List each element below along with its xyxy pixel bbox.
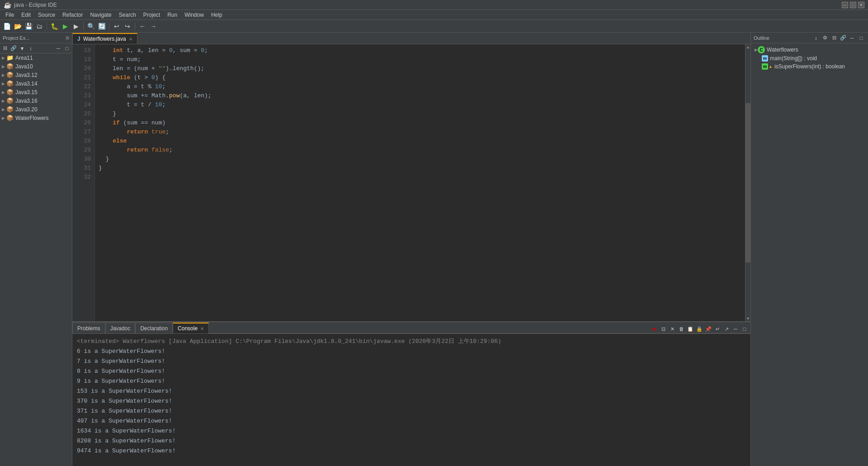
next-edit-button[interactable]: → bbox=[148, 21, 158, 31]
open-button[interactable]: 📂 bbox=[13, 21, 23, 31]
minimize-button[interactable]: ─ bbox=[842, 2, 848, 8]
method-icon-issuper: m bbox=[762, 63, 768, 70]
outline-minimize-button[interactable]: ─ bbox=[848, 34, 856, 42]
console-terminate-button[interactable]: ■ bbox=[650, 325, 658, 333]
scroll-thumb[interactable] bbox=[745, 103, 750, 263]
tree-item-java316[interactable]: ▶ 📦 Java3.16 bbox=[0, 96, 72, 105]
outline-method-issuper[interactable]: m ▲ isSuperFlowers(int) : boolean bbox=[753, 62, 866, 71]
explorer-sync-button[interactable]: ↕ bbox=[27, 44, 35, 52]
console-line-10: 8208 is a SuperWaterFlowers! bbox=[77, 436, 746, 446]
menubar: File Edit Source Refactor Navigate Searc… bbox=[0, 10, 868, 20]
tab-javadoc[interactable]: Javadoc bbox=[105, 323, 136, 333]
explorer-maximize-button[interactable]: □ bbox=[63, 44, 71, 52]
console-line-3: 8 is a SuperWaterFlowers! bbox=[77, 366, 746, 376]
console-clear-button[interactable]: 🗑 bbox=[677, 325, 685, 333]
tab-spacer bbox=[209, 333, 648, 333]
menu-search[interactable]: Search bbox=[115, 11, 140, 19]
menu-help[interactable]: Help bbox=[208, 11, 226, 19]
tree-item-java312[interactable]: ▶ 📦 Java3.12 bbox=[0, 71, 72, 79]
console-disconnect-button[interactable]: ⊡ bbox=[659, 325, 667, 333]
console-copy-button[interactable]: 📋 bbox=[686, 325, 694, 333]
outline-link-button[interactable]: 🔗 bbox=[839, 34, 847, 42]
tree-item-waterflowers[interactable]: ▶ 📦 WaterFlowers bbox=[0, 114, 72, 122]
menu-refactor[interactable]: Refactor bbox=[59, 11, 86, 19]
menu-source[interactable]: Source bbox=[34, 11, 59, 19]
outline-sort-button[interactable]: ↕ bbox=[812, 34, 820, 42]
run-last-button[interactable]: ▶ bbox=[71, 21, 81, 31]
project-explorer-header: Project Ex... ⊠ bbox=[0, 33, 72, 43]
outline-header: Outline ↕ ⚙ ⊟ 🔗 ─ □ bbox=[751, 33, 868, 43]
toolbar-separator-3 bbox=[109, 22, 109, 30]
tree-item-java320[interactable]: ▶ 📦 Java3.20 bbox=[0, 105, 72, 114]
tab-problems[interactable]: Problems bbox=[72, 323, 105, 333]
console-maximize-button[interactable]: □ bbox=[741, 325, 749, 333]
console-word-wrap-button[interactable]: ↵ bbox=[713, 325, 722, 333]
outline-class-label: Waterflowers bbox=[767, 47, 798, 53]
outline-maximize-button[interactable]: □ bbox=[857, 34, 865, 42]
console-remove-button[interactable]: ✕ bbox=[668, 325, 676, 333]
outline-class-waterflowers[interactable]: ▶ C Waterflowers bbox=[753, 45, 866, 54]
tree-item-java315[interactable]: ▶ 📦 Java3.15 bbox=[0, 88, 72, 96]
collapse-all-button[interactable]: ⊟ bbox=[1, 44, 9, 52]
save-all-button[interactable]: 🗂 bbox=[34, 21, 44, 31]
scroll-up-button[interactable]: ▲ bbox=[745, 44, 751, 50]
new-button[interactable]: 📄 bbox=[2, 21, 12, 31]
menu-navigate[interactable]: Navigate bbox=[86, 11, 115, 19]
debug-button[interactable]: 🐛 bbox=[49, 21, 59, 31]
main-layout: Project Ex... ⊠ ⊟ 🔗 ▼ ↕ ─ □ ▶ 📁 Area11 ▶… bbox=[0, 33, 868, 466]
run-button[interactable]: ▶ bbox=[60, 21, 70, 31]
console-open-new-button[interactable]: ↗ bbox=[722, 325, 731, 333]
project-explorer-panel: Project Ex... ⊠ ⊟ 🔗 ▼ ↕ ─ □ ▶ 📁 Area11 ▶… bbox=[0, 33, 72, 466]
redo-button[interactable]: ↪ bbox=[123, 21, 132, 31]
toolbar-separator-4 bbox=[135, 22, 135, 30]
maximize-button[interactable]: □ bbox=[850, 2, 856, 8]
link-with-editor-button[interactable]: 🔗 bbox=[9, 44, 18, 52]
console-line-8: 407 is a SuperWaterFlowers! bbox=[77, 416, 746, 426]
panel-menu-icon[interactable]: ⊠ bbox=[66, 35, 69, 40]
package-icon-5: 📦 bbox=[6, 97, 14, 104]
menu-edit[interactable]: Edit bbox=[18, 11, 34, 19]
tab-close-button[interactable]: ✕ bbox=[129, 37, 132, 42]
problems-tab-label: Problems bbox=[77, 325, 100, 332]
tree-item-java314[interactable]: ▶ 📦 Java3.14 bbox=[0, 79, 72, 88]
editor-scrollbar[interactable]: ▲ ▼ bbox=[745, 44, 750, 321]
scroll-track[interactable] bbox=[745, 50, 750, 316]
console-tab-close[interactable]: ✕ bbox=[200, 326, 204, 331]
save-button[interactable]: 💾 bbox=[24, 21, 33, 31]
console-minimize-button[interactable]: ─ bbox=[731, 325, 740, 333]
console-pin-button[interactable]: 📌 bbox=[704, 325, 712, 333]
editor-split: J Waterflowers.java ✕ 18 19 20 21 22 23 … bbox=[72, 33, 750, 466]
tree-item-java10[interactable]: ▶ 📦 Java10 bbox=[0, 62, 72, 71]
menu-file[interactable]: File bbox=[2, 11, 18, 19]
explorer-filter-button[interactable]: ▼ bbox=[18, 44, 26, 52]
prev-edit-button[interactable]: ← bbox=[137, 21, 147, 31]
explorer-minimize-button[interactable]: ─ bbox=[54, 44, 62, 52]
project-explorer-toolbar: ⊟ 🔗 ▼ ↕ ─ □ bbox=[0, 43, 72, 53]
console-output[interactable]: <terminated> Waterflowers [Java Applicat… bbox=[72, 334, 750, 466]
package-icon: 📦 bbox=[6, 63, 14, 70]
outline-method-main[interactable]: m main(String[]) : void bbox=[753, 54, 866, 62]
close-button[interactable]: ✕ bbox=[858, 2, 864, 8]
scroll-down-button[interactable]: ▼ bbox=[745, 316, 751, 321]
package-icon-7: 📦 bbox=[6, 114, 14, 121]
tab-declaration[interactable]: Declaration bbox=[135, 323, 173, 333]
search-button[interactable]: 🔍 bbox=[86, 21, 96, 31]
code-text[interactable]: int t, a, len = 0, sum = 0; t = num; len… bbox=[95, 44, 745, 321]
menu-project[interactable]: Project bbox=[140, 11, 164, 19]
menu-run[interactable]: Run bbox=[164, 11, 181, 19]
tree-item-area11[interactable]: ▶ 📁 Area11 bbox=[0, 53, 72, 62]
refresh-button[interactable]: 🔄 bbox=[97, 21, 107, 31]
tab-console[interactable]: Console ✕ bbox=[173, 323, 209, 333]
editor-tabbar: J Waterflowers.java ✕ bbox=[72, 33, 750, 44]
editor-tab-waterflowers[interactable]: J Waterflowers.java ✕ bbox=[72, 33, 137, 44]
outline-filter-button[interactable]: ⚙ bbox=[821, 34, 829, 42]
menu-window[interactable]: Window bbox=[181, 11, 208, 19]
window-title: java - Eclipse IDE bbox=[14, 2, 842, 8]
undo-button[interactable]: ↩ bbox=[112, 21, 122, 31]
console-line-11: 9474 is a SuperWaterFlowers! bbox=[77, 446, 746, 456]
code-editor[interactable]: 18 19 20 21 22 23 24 25 26 27 28 29 30 3… bbox=[72, 44, 750, 321]
method-icon-issuper-wrapper: m ▲ bbox=[762, 63, 773, 70]
console-line-5: 153 is a SuperWaterFlowers! bbox=[77, 386, 746, 396]
outline-collapse-button[interactable]: ⊟ bbox=[830, 34, 838, 42]
console-scrolllock-button[interactable]: 🔒 bbox=[695, 325, 703, 333]
